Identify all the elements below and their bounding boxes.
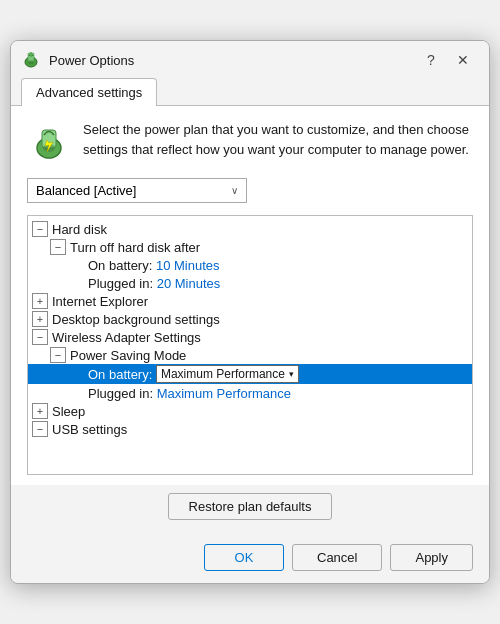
value-on-battery-hd[interactable]: 10 Minutes (156, 258, 220, 273)
tree-label: Wireless Adapter Settings (52, 330, 201, 345)
tree-label: Turn off hard disk after (70, 240, 200, 255)
tree-label: On battery: (88, 258, 156, 273)
tree-row-turn-off-hd[interactable]: − Turn off hard disk after (28, 238, 472, 256)
tree-row-on-battery-wireless[interactable]: On battery: Maximum Performance ▾ (28, 364, 472, 384)
chevron-down-icon: ▾ (289, 369, 294, 379)
settings-tree[interactable]: − Hard disk − Turn off hard disk after O… (27, 215, 473, 475)
chevron-down-icon: ∨ (231, 185, 238, 196)
title-controls: ? ✕ (417, 49, 477, 71)
collapse-icon[interactable]: − (32, 221, 48, 237)
app-icon (21, 50, 41, 70)
plan-select[interactable]: Balanced [Active] ∨ (27, 178, 247, 203)
dialog-buttons: OK Cancel Apply (11, 538, 489, 583)
close-button[interactable]: ✕ (449, 49, 477, 71)
content-area: Select the power plan that you want to c… (11, 106, 489, 485)
expand-icon[interactable]: + (32, 293, 48, 309)
svg-rect-3 (30, 52, 32, 57)
tree-row-desktop-bg[interactable]: + Desktop background settings (28, 310, 472, 328)
cancel-button[interactable]: Cancel (292, 544, 382, 571)
bottom-area: Restore plan defaults (11, 485, 489, 538)
intro-text: Select the power plan that you want to c… (83, 120, 473, 159)
tree-label: Internet Explorer (52, 294, 148, 309)
wireless-dropdown-value: Maximum Performance (161, 367, 285, 381)
plan-value: Balanced [Active] (36, 183, 136, 198)
help-button[interactable]: ? (417, 49, 445, 71)
svg-point-2 (28, 60, 34, 64)
wireless-dropdown[interactable]: Maximum Performance ▾ (156, 365, 299, 383)
value-plugged-in-wireless[interactable]: Maximum Performance (157, 386, 291, 401)
tree-label: Sleep (52, 404, 85, 419)
tree-row-internet-explorer[interactable]: + Internet Explorer (28, 292, 472, 310)
indent-spacer (68, 275, 84, 291)
dialog-title: Power Options (49, 53, 417, 68)
tree-row-sleep[interactable]: + Sleep (28, 402, 472, 420)
indent-spacer (68, 366, 84, 382)
tab-bar: Advanced settings (11, 77, 489, 106)
tree-row-plugged-in-hd[interactable]: Plugged in: 20 Minutes (28, 274, 472, 292)
advanced-settings-tab[interactable]: Advanced settings (21, 78, 157, 106)
collapse-icon[interactable]: − (50, 239, 66, 255)
tree-label: On battery: (88, 367, 156, 382)
collapse-icon[interactable]: − (32, 421, 48, 437)
title-bar: Power Options ? ✕ (11, 41, 489, 77)
tree-row-wireless-adapter[interactable]: − Wireless Adapter Settings (28, 328, 472, 346)
intro-section: Select the power plan that you want to c… (27, 120, 473, 164)
tree-row-plugged-in-wireless[interactable]: Plugged in: Maximum Performance (28, 384, 472, 402)
tree-label: Plugged in: (88, 276, 157, 291)
tree-label: USB settings (52, 422, 127, 437)
expand-icon[interactable]: + (32, 403, 48, 419)
power-icon (27, 120, 71, 164)
tree-row-on-battery-hd[interactable]: On battery: 10 Minutes (28, 256, 472, 274)
collapse-icon[interactable]: − (50, 347, 66, 363)
expand-icon[interactable]: + (32, 311, 48, 327)
tree-label: Hard disk (52, 222, 107, 237)
indent-spacer (68, 385, 84, 401)
tree-label: Desktop background settings (52, 312, 220, 327)
tree-row-hard-disk[interactable]: − Hard disk (28, 220, 472, 238)
tree-row-power-saving[interactable]: − Power Saving Mode (28, 346, 472, 364)
tree-row-usb-settings[interactable]: − USB settings (28, 420, 472, 438)
tree-label: Power Saving Mode (70, 348, 186, 363)
apply-button[interactable]: Apply (390, 544, 473, 571)
value-plugged-in-hd[interactable]: 20 Minutes (157, 276, 221, 291)
collapse-icon[interactable]: − (32, 329, 48, 345)
ok-button[interactable]: OK (204, 544, 284, 571)
tree-label: Plugged in: (88, 386, 157, 401)
restore-plan-defaults-button[interactable]: Restore plan defaults (168, 493, 333, 520)
power-options-dialog: Power Options ? ✕ Advanced settings (10, 40, 490, 584)
indent-spacer (68, 257, 84, 273)
